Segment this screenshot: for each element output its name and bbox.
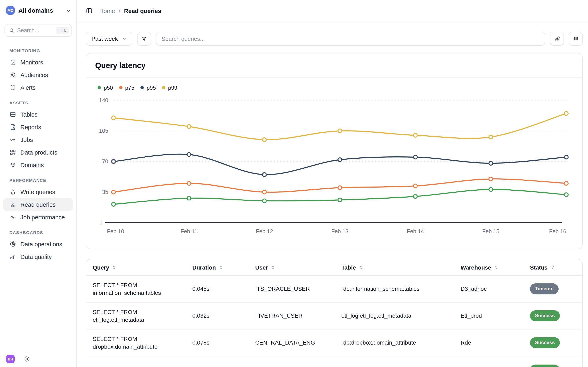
query-cell: SELECT * FROM information_schema.tables [93,281,185,297]
data-point-p75 [338,186,342,189]
section-label-assets: ASSETS [9,100,73,105]
user-cell: FIVETRAN_USER [255,312,341,320]
status-badge: Timeout [530,284,559,294]
legend-label: p75 [125,85,134,91]
status-cell: Timeout [530,284,582,294]
status-badge: Success [530,337,560,348]
breadcrumb-current: Read queries [124,8,161,14]
sidebar-toggle-icon[interactable] [86,7,93,14]
time-range-dropdown[interactable]: Past week [86,32,132,46]
sidebar-item-write-queries[interactable]: Write queries [3,185,73,198]
series-line-p95 [113,154,566,175]
legend-item-p75[interactable]: p75 [119,85,134,91]
breadcrumb-bar: Home / Read queries [77,0,588,22]
job-performance-icon [9,214,16,221]
sidebar: MC All domains Search... ⌘ K MONITORINGM… [0,0,77,367]
audiences-icon [9,71,16,78]
search-icon [9,28,14,33]
sidebar-item-domains[interactable]: Domains [3,159,73,171]
warehouse-cell: D3_adhoc [461,285,530,293]
legend-item-p99[interactable]: p99 [162,85,177,91]
columns-icon [573,36,579,42]
columns-button[interactable] [569,32,583,46]
legend-item-p50[interactable]: p50 [98,85,113,91]
data-point-p99 [338,129,342,133]
data-point-p75 [187,182,191,185]
settings-gear-icon[interactable] [23,356,30,363]
sidebar-item-alerts[interactable]: Alerts [3,81,73,94]
sidebar-item-label: Jobs [20,136,33,143]
breadcrumb-home-link[interactable]: Home [99,8,115,14]
svg-text:140: 140 [99,97,108,103]
sidebar-item-audiences[interactable]: Audiences [3,68,73,81]
filter-button[interactable] [137,32,151,46]
query-search-input[interactable]: Search queries... [156,32,545,46]
sidebar-item-label: Tables [20,111,38,118]
column-header-query[interactable]: Query [93,264,192,271]
sidebar-item-monitors[interactable]: Monitors [3,56,73,68]
queries-table: QueryDurationUserTableWarehouseStatus SE… [86,259,583,367]
column-header-user[interactable]: User [255,264,341,271]
sidebar-search-input[interactable]: Search... ⌘ K [4,24,72,37]
sidebar-item-tables[interactable]: Tables [3,108,73,121]
table-row[interactable]: SELECT * FROM information_schema.tables0… [86,276,582,303]
data-products-icon [9,149,16,156]
svg-text:Feb 15: Feb 15 [482,228,499,234]
legend-label: p50 [104,85,113,91]
column-header-table[interactable]: Table [341,264,461,271]
link-icon [554,36,560,42]
sidebar-item-data-operations[interactable]: Data operations [3,238,73,250]
series-line-p99 [113,113,566,140]
sidebar-item-reports[interactable]: Reports [3,121,73,133]
column-header-status[interactable]: Status [530,264,582,271]
data-point-p75 [489,177,493,181]
workspace-name: All domains [18,7,62,14]
chart-title: Query latency [95,61,145,70]
sidebar-item-data-quality[interactable]: Data quality [3,250,73,263]
data-point-p95 [263,173,266,176]
sidebar-item-label: Audiences [20,72,48,78]
data-point-p99 [414,133,417,137]
column-header-duration[interactable]: Duration [192,264,255,271]
table-row[interactable]: SELECT * FROM dropbox.domain_attribute0.… [86,329,582,356]
svg-text:Feb 16: Feb 16 [549,228,566,234]
latency-line-chart: 03570105140Feb 10Feb 11Feb 12Feb 13Feb 1… [86,96,582,238]
query-latency-card: Query latency p50p75p95p99 03570105140Fe… [86,53,583,249]
data-point-p50 [187,196,191,200]
search-placeholder: Search... [17,27,53,33]
legend-label: p95 [147,85,156,91]
sidebar-item-read-queries[interactable]: Read queries [3,198,73,211]
table-row[interactable]: SELECT * FROM etl_log.etl_metadata0.032s… [86,303,582,329]
data-point-p50 [263,199,266,203]
search-shortcut-badge: ⌘ K [56,27,69,34]
chevron-down-icon [66,8,71,13]
data-point-p99 [564,111,568,115]
column-header-warehouse[interactable]: Warehouse [461,264,530,271]
data-point-p50 [338,198,342,202]
legend-dot [98,86,101,89]
sidebar-item-jobs[interactable]: Jobs [3,133,73,146]
query-cell: SELECT * FROM restrict_lookup [93,366,185,367]
monitors-icon [9,59,16,66]
data-point-p75 [263,190,266,194]
data-point-p75 [112,190,115,194]
breadcrumb-separator: / [119,8,120,14]
sidebar-item-job-performance[interactable]: Job performance [3,211,73,224]
workspace-switcher[interactable]: MC All domains [0,0,76,15]
sidebar-item-label: Monitors [20,59,43,66]
tables-icon [9,111,16,118]
data-point-p99 [263,138,266,142]
warehouse-cell: D3_rollup [461,366,530,367]
svg-text:Feb 12: Feb 12 [256,228,273,234]
data-quality-icon [9,253,16,260]
warehouse-cell: Etl_prod [461,312,530,320]
copy-link-button[interactable] [550,32,564,46]
data-point-p50 [489,188,493,191]
user-avatar[interactable]: BH [6,355,15,363]
table-row[interactable]: SELECT * FROM restrict_lookup0.091sd9d95… [86,356,582,367]
chart-legend: p50p75p95p99 [98,84,582,91]
user-cell: CENTRAL_DATA_ENG [255,339,341,347]
svg-text:105: 105 [99,128,108,134]
legend-item-p95[interactable]: p95 [140,85,156,91]
sidebar-item-data-products[interactable]: Data products [3,146,73,159]
